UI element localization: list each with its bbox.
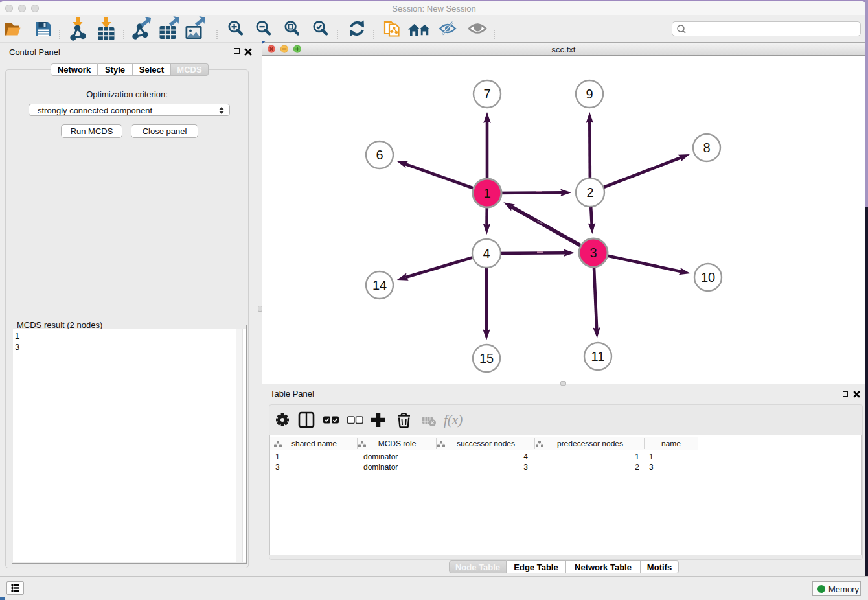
svg-text:6: 6 [376,148,383,162]
svg-text:1: 1 [483,186,490,200]
svg-text:predecessor nodes: predecessor nodes [557,439,623,448]
svg-text:4: 4 [483,246,490,260]
svg-text:9: 9 [586,87,593,101]
svg-text:3: 3 [589,246,597,260]
svg-text:shared name: shared name [291,439,337,448]
svg-text:11: 11 [591,349,605,363]
svg-text:f(x): f(x) [444,412,463,428]
svg-text:name: name [661,439,681,448]
svg-text:2: 2 [586,185,593,200]
svg-text:10: 10 [701,270,715,284]
svg-text:8: 8 [703,141,710,155]
svg-text:MCDS role: MCDS role [378,439,417,448]
svg-text:7: 7 [483,87,490,101]
svg-text:15: 15 [479,351,494,365]
svg-text:14: 14 [372,278,387,292]
svg-text:successor nodes: successor nodes [457,439,515,448]
